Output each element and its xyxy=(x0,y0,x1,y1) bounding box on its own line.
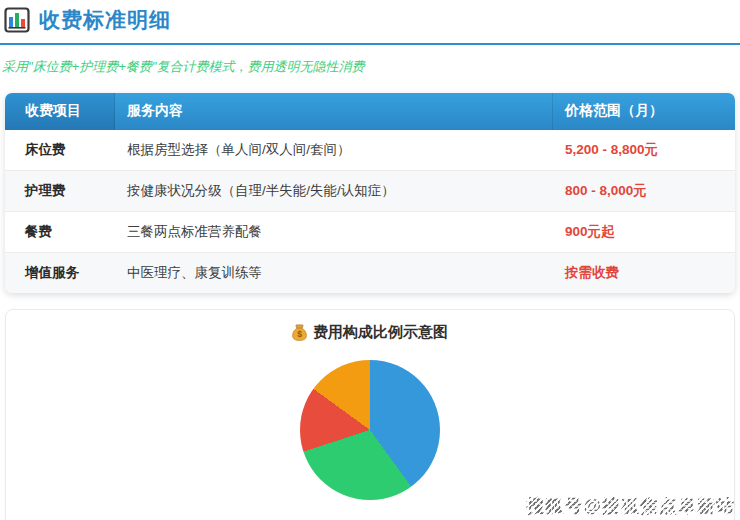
fee-table-head: 收费项目 服务内容 价格范围（月） xyxy=(5,93,735,130)
cell-service: 按健康状况分级（自理/半失能/失能/认知症） xyxy=(115,170,553,211)
cell-price: 800 - 8,000元 xyxy=(553,170,735,211)
chart-title-row: $ 费用构成比例示意图 xyxy=(6,323,734,342)
cell-item: 餐费 xyxy=(5,211,115,252)
chart-card: $ 费用构成比例示意图 床位费 (40%) | 护理费 (30%) | 餐费 (… xyxy=(5,309,735,520)
chart-title: 费用构成比例示意图 xyxy=(313,323,448,342)
bar-chart-icon xyxy=(4,7,30,33)
page-title: 收费标准明细 xyxy=(39,6,171,34)
pie-chart xyxy=(300,360,440,500)
table-header-item: 收费项目 xyxy=(5,93,115,130)
fee-table: 收费项目 服务内容 价格范围（月） 床位费 根据房型选择（单人间/双人间/套间）… xyxy=(5,93,735,293)
table-row: 餐费 三餐两点标准营养配餐 900元起 xyxy=(5,211,735,252)
table-header-service: 服务内容 xyxy=(115,93,553,130)
page: 收费标准明细 采用"床位费+护理费+餐费"复合计费模式，费用透明无隐性消费 收费… xyxy=(0,0,740,520)
cell-item: 床位费 xyxy=(5,130,115,170)
subtitle: 采用"床位费+护理费+餐费"复合计费模式，费用透明无隐性消费 xyxy=(2,58,735,76)
fee-table-body: 床位费 根据房型选择（单人间/双人间/套间） 5,200 - 8,800元 护理… xyxy=(5,130,735,293)
page-header: 收费标准明细 xyxy=(0,0,740,45)
cell-service: 三餐两点标准营养配餐 xyxy=(115,211,553,252)
cell-service: 中医理疗、康复训练等 xyxy=(115,252,553,293)
table-header-price: 价格范围（月） xyxy=(553,93,735,130)
watermark: 搜狐号@搜狐焦点阜新站 xyxy=(526,494,735,518)
money-bag-icon: $ xyxy=(292,324,307,341)
svg-text:$: $ xyxy=(297,329,302,339)
cell-service: 根据房型选择（单人间/双人间/套间） xyxy=(115,130,553,170)
table-row: 护理费 按健康状况分级（自理/半失能/失能/认知症） 800 - 8,000元 xyxy=(5,170,735,211)
cell-item: 增值服务 xyxy=(5,252,115,293)
table-header-row: 收费项目 服务内容 价格范围（月） xyxy=(5,93,735,130)
table-row: 床位费 根据房型选择（单人间/双人间/套间） 5,200 - 8,800元 xyxy=(5,130,735,170)
cell-price: 按需收费 xyxy=(553,252,735,293)
cell-price: 900元起 xyxy=(553,211,735,252)
table-row: 增值服务 中医理疗、康复训练等 按需收费 xyxy=(5,252,735,293)
cell-price: 5,200 - 8,800元 xyxy=(553,130,735,170)
cell-item: 护理费 xyxy=(5,170,115,211)
